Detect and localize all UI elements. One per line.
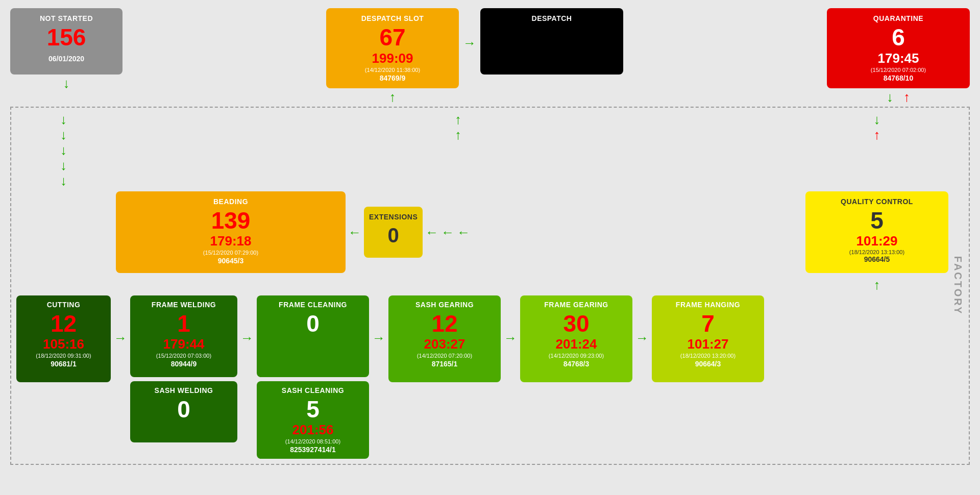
sash-welding-card: SASH WELDING 0: [130, 381, 237, 442]
clean-to-gear-arrow: →: [372, 331, 385, 344]
not-started-arrow-down: ↓: [63, 77, 70, 90]
beading-up2: ↑: [455, 128, 461, 141]
top-section: NOT STARTED 156 06/01/2020 ↓ DESPATCH SL…: [10, 4, 970, 104]
not-started-count: 156: [15, 24, 117, 51]
sash-cleaning-count: 5: [261, 397, 365, 423]
frame-hanging-title: FRAME HANGING: [656, 301, 760, 309]
despatch-slot-datetime: (14/12/2020 11:38:00): [331, 67, 454, 73]
sashgear-to-framegear-arrow: →: [504, 331, 517, 344]
frame-hanging-time: 101:27: [656, 336, 760, 352]
welding-column: FRAME WELDING 1 179:44 (15/12/2020 07:03…: [130, 295, 237, 442]
despatch-card: DESPATCH: [480, 8, 623, 75]
sash-gearing-ref: 87165/1: [393, 360, 497, 368]
cutting-count: 12: [20, 311, 107, 337]
quarantine-arrow-up: ↑: [903, 90, 910, 104]
frame-welding-title: FRAME WELDING: [134, 301, 233, 309]
sash-gearing-title: SASH GEARING: [393, 301, 497, 309]
not-started-date: 06/01/2020: [15, 55, 117, 63]
extensions-card: EXTENSIONS 0: [364, 207, 423, 258]
beading-ref: 90645/3: [121, 257, 340, 265]
cutting-arrow-col: ↓ ↓ ↓ ↓ ↓: [16, 113, 111, 187]
sash-cleaning-title: SASH CLEANING: [261, 386, 365, 394]
quarantine-card: QUARANTINE 6 179:45 (15/12/2020 07:02:00…: [827, 8, 970, 88]
despatch-slot-card: DESPATCH SLOT 67 199:09 (14/12/2020 11:3…: [326, 8, 459, 88]
frame-welding-ref: 80944/9: [134, 360, 233, 368]
cut-down-2: ↓: [60, 128, 67, 141]
despatch-slot-count: 67: [331, 24, 454, 51]
frame-cleaning-count: 0: [261, 311, 365, 337]
beading-title: BEADING: [121, 197, 340, 206]
frame-cleaning-card: FRAME CLEANING 0: [257, 295, 369, 377]
frame-gearing-title: FRAME GEARING: [524, 301, 628, 309]
cut-to-weld-arrow: →: [114, 331, 127, 344]
despatch-slot-ref: 84769/9: [331, 74, 454, 82]
framegear-to-hang-arrow: →: [635, 331, 649, 344]
cut-down-5: ↓: [60, 174, 67, 187]
extensions-count: 0: [369, 223, 418, 247]
factory-container: FACTORY ↓ ↓ ↓ ↓ ↓ ↑ ↑ ↓ ↑: [10, 107, 970, 465]
despatch-title: DESPATCH: [485, 14, 618, 22]
factory-top-arrows-row: ↓ ↓ ↓ ↓ ↓ ↑ ↑ ↓ ↑: [16, 113, 948, 187]
arr-left-1: ←: [425, 226, 438, 239]
framegear-to-hang-icon: →: [635, 331, 649, 344]
frame-welding-card: FRAME WELDING 1 179:44 (15/12/2020 07:03…: [130, 295, 237, 377]
qc-ref: 90664/5: [811, 255, 943, 263]
sash-gearing-time: 203:27: [393, 336, 497, 352]
cut-down-3: ↓: [60, 143, 67, 157]
sash-gearing-count: 12: [393, 311, 497, 337]
factory-label: FACTORY: [952, 256, 964, 315]
sash-cleaning-datetime: (14/12/2020 08:51:00): [261, 438, 365, 444]
despatch-slot-title: DESPATCH SLOT: [331, 14, 454, 22]
qc-up-arrow: ↑: [874, 278, 880, 291]
frame-gearing-time: 201:24: [524, 336, 628, 352]
sash-cleaning-time: 201:56: [261, 422, 365, 438]
quarantine-arrows: ↓ ↑: [887, 90, 910, 104]
cut-down-1: ↓: [60, 113, 67, 126]
quarantine-column: QUARANTINE 6 179:45 (15/12/2020 07:02:00…: [827, 8, 970, 104]
qc-up-arrow-row: ↑: [16, 278, 948, 291]
sashgear-to-framegear-icon: →: [504, 331, 517, 344]
quarantine-datetime: (15/12/2020 07:02:00): [832, 67, 965, 73]
beading-time: 179:18: [121, 233, 340, 249]
beading-count: 139: [121, 208, 340, 234]
arr-left-3: ←: [457, 226, 470, 239]
main-layout: NOT STARTED 156 06/01/2020 ↓ DESPATCH SL…: [10, 0, 970, 469]
despatch-slot-time: 199:09: [331, 51, 454, 66]
frame-hanging-card: FRAME HANGING 7 101:27 (18/12/2020 13:20…: [652, 295, 764, 382]
beading-arrow-col: ↑ ↑: [344, 113, 573, 141]
weld-to-clean-arrow: →: [240, 331, 254, 344]
weld-to-clean-icon: →: [240, 331, 254, 344]
clean-to-gear-icon: →: [372, 331, 385, 344]
sash-welding-title: SASH WELDING: [134, 386, 233, 394]
frame-welding-time: 179:44: [134, 336, 233, 352]
not-started-card: NOT STARTED 156 06/01/2020: [10, 8, 122, 75]
cutting-datetime: (18/12/2020 09:31:00): [20, 353, 107, 359]
sash-gearing-datetime: (14/12/2020 07:20:00): [393, 353, 497, 359]
qc-time: 101:29: [811, 233, 943, 249]
frame-gearing-datetime: (14/12/2020 09:23:00): [524, 353, 628, 359]
arrow-right-despatch: →: [463, 36, 476, 50]
frame-welding-count: 1: [134, 311, 233, 337]
not-started-column: NOT STARTED 156 06/01/2020 ↓: [10, 8, 122, 90]
beading-up: ↑: [455, 113, 461, 126]
factory-bottom-row: CUTTING 12 105:16 (18/12/2020 09:31:00) …: [16, 295, 948, 459]
sash-gearing-card: SASH GEARING 12 203:27 (14/12/2020 07:20…: [388, 295, 501, 382]
qc-datetime: (18/12/2020 13:13:00): [811, 249, 943, 255]
qc-title: QUALITY CONTROL: [811, 197, 943, 206]
extensions-title: EXTENSIONS: [369, 213, 418, 221]
frame-hanging-ref: 90664/3: [656, 360, 760, 368]
cutting-time: 105:16: [20, 336, 107, 352]
cutting-title: CUTTING: [20, 301, 107, 309]
cleaning-column: FRAME CLEANING 0 SASH CLEANING 5 201:56 …: [257, 295, 369, 459]
right-arrow-icon: →: [463, 36, 476, 50]
not-started-title: NOT STARTED: [15, 14, 117, 22]
sash-cleaning-ref: 8253927414/1: [261, 445, 365, 454]
despatch-slot-column: DESPATCH SLOT 67 199:09 (14/12/2020 11:3…: [326, 8, 459, 104]
qc-card: QUALITY CONTROL 5 101:29 (18/12/2020 13:…: [805, 191, 948, 273]
ext-to-beading-arrow: ←: [348, 226, 361, 239]
frame-gearing-ref: 84768/3: [524, 360, 628, 368]
cutting-ref: 90681/1: [20, 360, 107, 368]
qc-up-red: ↑: [874, 128, 880, 141]
sash-cleaning-card: SASH CLEANING 5 201:56 (14/12/2020 08:51…: [257, 381, 369, 459]
quarantine-title: QUARANTINE: [832, 14, 965, 22]
